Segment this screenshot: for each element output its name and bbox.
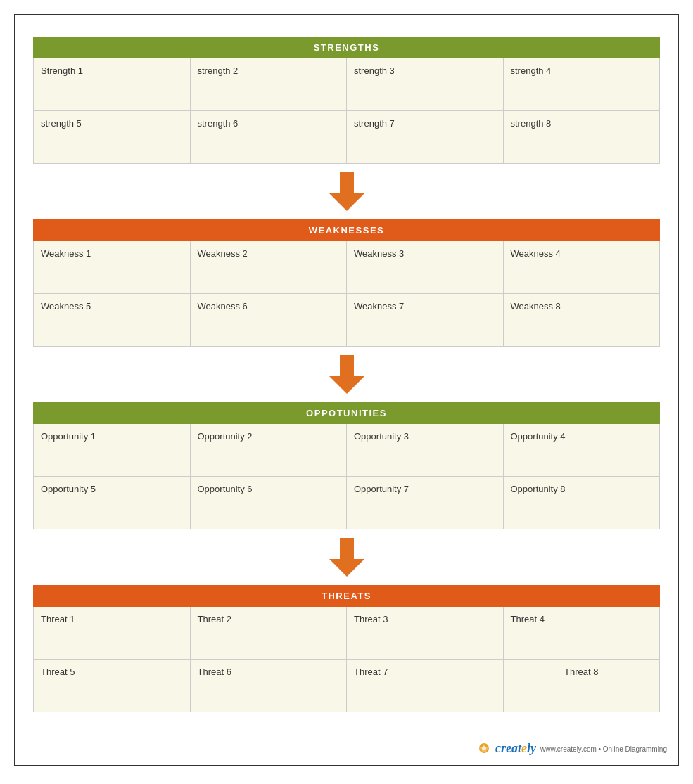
table-cell: strength 5 [34, 111, 191, 164]
arrow-svg [329, 538, 364, 577]
svg-marker-1 [329, 355, 364, 394]
table-cell: Opportunity 3 [347, 424, 504, 477]
arrow-down-icon [33, 164, 660, 219]
table-cell: Opportunity 7 [347, 477, 504, 529]
page: STRENGTHSStrength 1strength 2strength 3s… [0, 0, 693, 784]
strengths-grid: Strength 1strength 2strength 3strength 4… [33, 58, 660, 164]
arrow-down-icon [33, 347, 660, 402]
table-cell: Strength 1 [34, 58, 191, 111]
svg-marker-2 [329, 538, 364, 577]
table-cell: Weakness 3 [347, 241, 504, 294]
arrow-svg [329, 355, 364, 394]
arrow-svg [329, 172, 364, 211]
table-cell: Weakness 2 [191, 241, 348, 294]
table-cell: Threat 6 [191, 660, 348, 712]
table-cell: Weakness 8 [504, 294, 661, 347]
table-cell: strength 2 [191, 58, 348, 111]
table-cell: Opportunity 8 [504, 477, 661, 529]
table-cell: Weakness 7 [347, 294, 504, 347]
section-opportunities: OPPOTUNITIESOpportunity 1Opportunity 2Op… [33, 402, 660, 529]
table-cell: Threat 8 [504, 660, 661, 712]
opportunities-grid: Opportunity 1Opportunity 2Opportunity 3O… [33, 424, 660, 529]
opportunities-header: OPPOTUNITIES [33, 402, 660, 424]
strengths-header: STRENGTHS [33, 37, 660, 58]
table-cell: Opportunity 6 [191, 477, 348, 529]
table-cell: Threat 7 [347, 660, 504, 712]
table-cell: Threat 5 [34, 660, 191, 712]
watermark: creately www.creately.com • Online Diagr… [476, 741, 667, 758]
table-cell: Threat 3 [347, 607, 504, 660]
table-cell: strength 6 [191, 111, 348, 164]
table-cell: Threat 1 [34, 607, 191, 660]
watermark-logo: creately [476, 741, 536, 758]
sections-container: STRENGTHSStrength 1strength 2strength 3s… [33, 37, 660, 712]
threats-grid: Threat 1Threat 2Threat 3Threat 4Threat 5… [33, 607, 660, 712]
table-cell: Opportunity 5 [34, 477, 191, 529]
watermark-tagline: www.creately.com • Online Diagramming [540, 745, 667, 753]
table-cell: Weakness 6 [191, 294, 348, 347]
table-cell: Opportunity 4 [504, 424, 661, 477]
arrow-down-icon [33, 529, 660, 585]
threats-header: THREATS [33, 585, 660, 607]
table-cell: Threat 4 [504, 607, 661, 660]
weaknesses-grid: Weakness 1Weakness 2Weakness 3Weakness 4… [33, 241, 660, 347]
table-cell: Threat 2 [191, 607, 348, 660]
table-cell: Opportunity 1 [34, 424, 191, 477]
section-weaknesses: WEAKNESSESWeakness 1Weakness 2Weakness 3… [33, 219, 660, 347]
table-cell: Opportunity 2 [191, 424, 348, 477]
table-cell: strength 7 [347, 111, 504, 164]
weaknesses-header: WEAKNESSES [33, 219, 660, 241]
section-strengths: STRENGTHSStrength 1strength 2strength 3s… [33, 37, 660, 164]
svg-point-5 [482, 746, 486, 750]
svg-marker-0 [329, 172, 364, 211]
table-cell: strength 8 [504, 111, 661, 164]
section-threats: THREATSThreat 1Threat 2Threat 3Threat 4T… [33, 585, 660, 712]
table-cell: strength 4 [504, 58, 661, 111]
table-cell: Weakness 1 [34, 241, 191, 294]
table-cell: Weakness 5 [34, 294, 191, 347]
table-cell: strength 3 [347, 58, 504, 111]
table-cell: Weakness 4 [504, 241, 661, 294]
outer-border: STRENGTHSStrength 1strength 2strength 3s… [14, 14, 679, 766]
